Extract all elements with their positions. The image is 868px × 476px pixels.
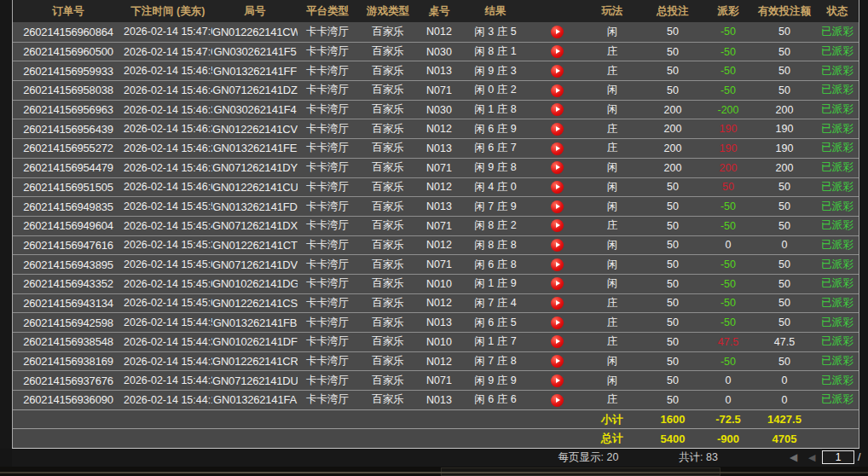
status-cell: 已派彩 <box>816 200 859 214</box>
total-bet-cell: 200 <box>642 123 703 135</box>
grand-total-valid-bet: 4705 <box>753 432 816 445</box>
replay-play-button[interactable] <box>551 297 564 310</box>
table-row: 260214156938169 2026-02-14 15:44:33 GN01… <box>13 351 859 371</box>
table-no-cell: N012 <box>419 239 460 251</box>
prev-page-icon[interactable]: ◀ <box>808 449 815 467</box>
round-id-cell: GN012262141CU <box>212 181 298 194</box>
table-row: 260214156949835 2026-02-14 15:45:50 GN01… <box>13 196 859 216</box>
payout-cell: -50 <box>703 278 753 290</box>
order-number-cell: 260214156956963 <box>13 103 124 116</box>
replay-cell <box>531 26 582 38</box>
total-bet-cell: 50 <box>642 26 703 38</box>
bet-time-cell: 2026-02-14 15:46:59 <box>124 65 212 77</box>
replay-play-button[interactable] <box>551 142 564 155</box>
game-type-cell: 百家乐 <box>357 44 419 59</box>
play-type-cell: 闲 <box>582 354 642 369</box>
replay-play-button[interactable] <box>551 45 564 58</box>
replay-play-button[interactable] <box>551 258 564 271</box>
first-page-icon[interactable]: ◀ <box>790 449 797 467</box>
col-header-table-no: 桌号 <box>419 4 460 19</box>
subtotal-row: 小计 1600 -72.5 1427.5 <box>13 409 859 429</box>
replay-cell <box>531 316 582 329</box>
order-number-cell: 260214156949835 <box>13 200 124 213</box>
table-no-cell: N013 <box>419 394 460 406</box>
game-type-cell: 百家乐 <box>357 25 419 39</box>
platform-cell: 卡卡湾厅 <box>298 258 357 272</box>
payout-cell: 0 <box>703 239 753 251</box>
result-cell: 闲 1 庄 8 <box>460 102 531 117</box>
table-row: 260214156956963 2026-02-14 15:46:34 GN03… <box>13 100 859 119</box>
replay-play-button[interactable] <box>551 200 564 213</box>
replay-play-button[interactable] <box>551 335 564 348</box>
replay-play-button[interactable] <box>551 161 564 174</box>
replay-play-button[interactable] <box>551 84 564 97</box>
round-id-cell: GN010262141DG <box>212 277 298 290</box>
valid-bet-cell: 50 <box>753 316 816 328</box>
platform-cell: 卡卡湾厅 <box>298 334 357 349</box>
game-type-cell: 百家乐 <box>357 354 419 369</box>
total-bet-cell: 50 <box>642 200 703 212</box>
bet-time-cell: 2026-02-14 15:47:03 <box>124 26 212 38</box>
status-cell: 已派彩 <box>816 316 859 330</box>
payout-cell: -50 <box>703 26 753 38</box>
bet-time-cell: 2026-02-14 15:45:34 <box>124 239 212 251</box>
replay-play-button[interactable] <box>551 355 564 368</box>
play-type-cell: 闲 <box>582 374 642 388</box>
status-cell: 已派彩 <box>816 122 859 136</box>
replay-cell <box>531 142 582 154</box>
replay-cell <box>531 84 582 96</box>
table-header-row: 订单号 下注时间 (美东) 局号 平台类型 游戏类型 桌号 结果 玩法 总投注 … <box>13 0 859 22</box>
bet-time-cell: 2026-02-14 15:46:00 <box>124 181 212 193</box>
replay-play-button[interactable] <box>551 181 564 194</box>
replay-play-button[interactable] <box>551 316 564 329</box>
result-cell: 闲 9 庄 8 <box>460 160 531 175</box>
replay-play-button[interactable] <box>551 219 564 232</box>
play-type-cell: 闲 <box>582 238 642 253</box>
bet-time-cell: 2026-02-14 15:44:17 <box>124 394 212 406</box>
game-type-cell: 百家乐 <box>357 374 419 388</box>
play-type-cell: 闲 <box>582 83 642 97</box>
replay-cell <box>531 181 582 194</box>
replay-play-button[interactable] <box>551 394 564 407</box>
table-row: 260214156956439 2026-02-14 15:46:31 GN01… <box>13 119 859 138</box>
order-number-cell: 260214156960864 <box>13 26 124 38</box>
total-bet-cell: 50 <box>642 297 703 309</box>
payout-cell: -50 <box>703 356 753 368</box>
replay-cell <box>531 258 582 270</box>
replay-play-button[interactable] <box>551 103 564 116</box>
table-row: 260214156943352 2026-02-14 15:45:03 GN01… <box>13 274 859 293</box>
platform-cell: 卡卡湾厅 <box>298 238 357 253</box>
play-type-cell: 庄 <box>582 141 642 155</box>
play-type-cell: 庄 <box>582 334 642 349</box>
total-bet-cell: 50 <box>642 258 703 270</box>
order-number-cell: 260214156960500 <box>13 45 124 58</box>
replay-play-button[interactable] <box>551 65 564 78</box>
replay-play-button[interactable] <box>551 239 564 252</box>
order-number-cell: 260214156943352 <box>13 277 124 290</box>
total-bet-cell: 50 <box>642 336 703 348</box>
total-bet-cell: 50 <box>642 46 703 58</box>
bet-time-cell: 2026-02-14 15:46:24 <box>124 142 212 154</box>
replay-cell <box>531 393 582 406</box>
bet-time-cell: 2026-02-14 15:45:48 <box>124 220 212 232</box>
table-row: 260214156942598 2026-02-14 15:44:59 GN01… <box>13 312 859 332</box>
play-type-cell: 庄 <box>582 122 642 136</box>
replay-play-button[interactable] <box>551 123 564 136</box>
result-cell: 闲 6 庄 6 <box>460 392 531 407</box>
round-id-cell: GN013262141FB <box>212 316 298 329</box>
replay-play-button[interactable] <box>551 277 564 290</box>
table-row: 260214156937676 2026-02-14 15:44:30 GN07… <box>13 370 859 390</box>
round-id-cell: GN010262141DF <box>212 335 298 348</box>
total-count-label: 共计: 83 <box>660 449 737 467</box>
payout-cell: -200 <box>703 104 753 116</box>
replay-cell <box>531 103 582 116</box>
replay-play-button[interactable] <box>551 374 564 387</box>
replay-play-button[interactable] <box>551 26 564 38</box>
page-number-input[interactable] <box>822 450 854 464</box>
table-no-cell: N071 <box>419 84 460 96</box>
replay-cell <box>531 335 582 348</box>
valid-bet-cell: 190 <box>753 142 816 154</box>
total-bet-cell: 50 <box>642 356 703 368</box>
replay-cell <box>531 277 582 290</box>
platform-cell: 卡卡湾厅 <box>298 374 357 388</box>
